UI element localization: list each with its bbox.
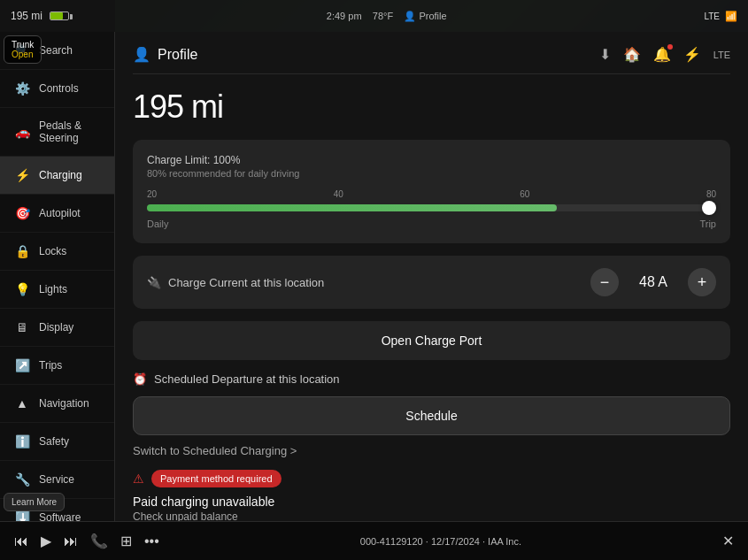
status-bar-right: LTE 📶 [704,11,737,22]
display-icon: 🖥 [14,320,30,334]
autopilot-label: Autopilot [39,207,81,219]
switch-charging-link[interactable]: Switch to Scheduled Charging > [133,444,730,457]
status-bar: 195 mi 2:49 pm 78°F 👤 Profile LTE 📶 [0,0,748,32]
scale-20: 20 [147,189,157,199]
sidebar-item-lights[interactable]: 💡Lights [0,271,114,309]
home-icon[interactable]: 🏠 [623,46,641,63]
charge-current-control: − 48 A + [590,268,716,296]
payment-badge: Payment method required [151,470,281,487]
prev-icon: ⏮ [14,533,28,549]
daily-label: Daily [147,219,168,229]
sidebar-item-trips[interactable]: ↗️Trips [0,347,114,385]
more-button[interactable]: ••• [144,533,159,549]
bluetooth-icon[interactable]: ⚡ [683,46,701,63]
charging-label: Charging [39,169,82,181]
lights-icon: 💡 [14,282,30,296]
taskbar: ⏮ ▶ ⏭ 📞 ⊞ ••• 000-41129120 · 12/17/2024 … [0,521,748,560]
trips-label: Trips [39,359,62,372]
navigation-label: Navigation [39,397,89,410]
increment-button[interactable]: + [688,268,716,296]
payment-error-row: ⚠ Payment method required [133,470,730,487]
sidebar-item-locks[interactable]: 🔒Locks [0,233,114,271]
profile-icon: 👤 [133,46,150,63]
trip-label: Trip [699,219,716,229]
software-icon: ⬇️ [14,510,30,521]
charge-bar-container[interactable] [147,204,716,211]
profile-header: 👤 Profile ⬇ 🏠 🔔 ⚡ LTE [133,46,730,74]
locks-label: Locks [39,245,66,257]
decrement-button[interactable]: − [590,268,619,296]
profile-icons: ⬇ 🏠 🔔 ⚡ LTE [599,46,730,63]
apps-icon: ⊞ [120,533,132,549]
apps-button[interactable]: ⊞ [120,533,132,549]
learn-more-button[interactable]: Learn More [4,493,65,511]
next-button[interactable]: ⏭ [64,533,78,549]
trunk-label: Trunk [12,40,34,50]
sidebar-item-navigation[interactable]: ▲Navigation [0,385,114,423]
battery-icon [50,12,69,20]
open-charge-port-button[interactable]: Open Charge Port [133,321,730,360]
more-icon: ••• [144,533,159,549]
controls-icon: ⚙️ [14,81,30,96]
time-display: 2:49 pm [327,11,362,21]
next-icon: ⏭ [64,533,78,549]
bell-icon[interactable]: 🔔 [653,46,671,63]
check-balance-text: Check unpaid balance [133,510,730,521]
battery-fill [50,12,63,19]
software-label: Software [39,511,81,521]
charge-labels: Daily Trip [147,219,716,229]
search-label: Search [39,44,73,57]
scale-40: 40 [334,189,343,199]
trips-icon: ↗️ [14,358,30,372]
charge-bar-fill [147,204,557,211]
sidebar-item-safety[interactable]: ℹ️Safety [0,423,114,461]
play-button[interactable]: ▶ [41,533,51,549]
taskbar-center-text: 000-41129120 · 12/17/2024 · IAA Inc. [172,536,710,547]
sidebar-item-display[interactable]: 🖥Display [0,309,114,347]
display-label: Display [39,321,73,334]
sidebar-item-autopilot[interactable]: 🎯Autopilot [0,195,114,233]
locks-icon: 🔒 [14,244,30,258]
close-button[interactable]: ✕ [722,533,734,549]
sidebar-item-controls[interactable]: ⚙️Controls [0,70,114,108]
charge-bar-thumb[interactable] [702,201,716,215]
profile-title: 👤 Profile [133,46,197,63]
sidebar-item-charging[interactable]: ⚡Charging [0,157,114,195]
service-label: Service [39,473,74,486]
charge-scale: 20 40 60 80 [147,189,716,199]
charge-current-value: 48 A [631,274,675,290]
sidebar: 🔍Search⚙️Controls🚗Pedals & Steering⚡Char… [0,32,115,521]
lte-icon: LTE [713,50,730,60]
charge-current-text: Charge Current at this location [168,276,324,289]
controls-label: Controls [39,82,79,95]
main-content: 👤 Profile ⬇ 🏠 🔔 ⚡ LTE 195 mi Charge Limi… [115,32,748,521]
download-icon[interactable]: ⬇ [599,46,611,63]
lte-icon: LTE [704,12,720,21]
play-icon: ▶ [41,533,51,549]
scale-60: 60 [520,189,529,199]
charge-limit-sublabel: 80% recommended for daily driving [147,168,716,179]
profile-label: Profile [419,11,446,21]
charge-limit-label: Charge Limit: 100% [147,154,716,166]
status-bar-center: 2:49 pm 78°F 👤 Profile [327,11,447,22]
signal-icon: 📶 [725,11,737,22]
autopilot-icon: 🎯 [14,206,30,220]
schedule-button[interactable]: Schedule [133,396,730,435]
close-icon: ✕ [722,533,734,549]
scheduled-departure-text: Scheduled Departure at this location [154,372,340,386]
scheduled-departure-title: ⏰ Scheduled Departure at this location [133,372,730,386]
range-display: 195 mi [11,10,42,22]
phone-button[interactable]: 📞 [90,533,108,549]
payment-unavailable-text: Paid charging unavailable [133,495,730,509]
trunk-status: Open [12,50,34,59]
safety-label: Safety [39,435,69,448]
service-icon: 🔧 [14,472,30,487]
sidebar-item-pedals[interactable]: 🚗Pedals & Steering [0,108,114,157]
charge-limit-card: Charge Limit: 100% 80% recommended for d… [133,140,730,243]
charging-icon: ⚡ [14,168,30,182]
safety-icon: ℹ️ [14,434,30,449]
temp-display: 78°F [373,11,393,21]
prev-button[interactable]: ⏮ [14,533,28,549]
charge-current-label: 🔌 Charge Current at this location [147,276,324,289]
phone-icon: 📞 [90,533,108,549]
